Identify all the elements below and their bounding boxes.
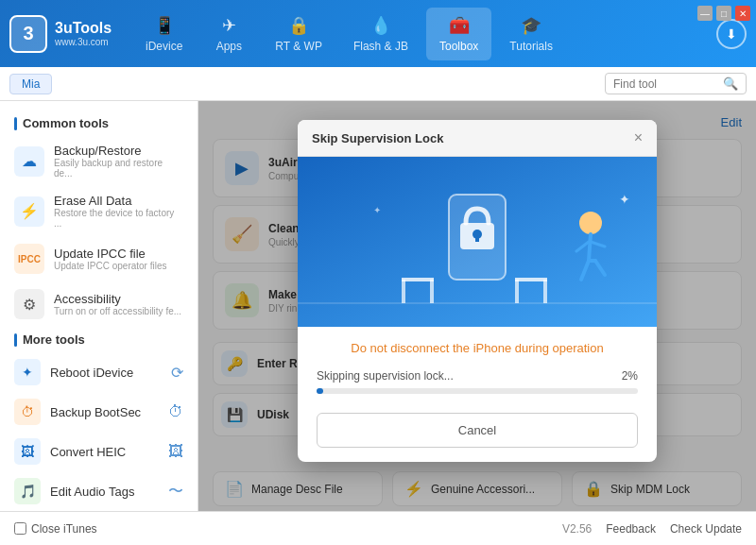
device-tab[interactable]: Mia (9, 74, 52, 94)
logo-icon: 3 (9, 15, 47, 53)
svg-rect-2 (402, 280, 405, 303)
flashjb-icon: 💧 (370, 15, 391, 36)
svg-rect-4 (402, 278, 434, 281)
backup-name: Backup/Restore (54, 144, 183, 158)
sidebar-item-convert[interactable]: 🖼 Convert HEIC 🖼 (0, 432, 198, 471)
svg-text:✦: ✦ (373, 205, 381, 215)
illustration-svg: ✦ ✦ (298, 157, 657, 327)
sidebar: Common tools ☁ Backup/Restore Easily bac… (0, 101, 198, 511)
maximize-button[interactable]: □ (716, 6, 731, 21)
sidebar-item-reboot[interactable]: ✦ Reboot iDevice ⟳ (0, 352, 198, 392)
logo-name: 3uTools (55, 20, 112, 37)
toolbar: Mia 🔍 (0, 67, 756, 101)
nav-idevice-label: iDevice (146, 40, 182, 53)
progress-percent: 2% (622, 369, 638, 383)
main: Common tools ☁ Backup/Restore Easily bac… (0, 101, 756, 511)
version-label: V2.56 (562, 522, 592, 536)
search-box: 🔍 (605, 73, 747, 94)
close-itunes-label: Close iTunes (31, 522, 97, 536)
svg-text:✦: ✦ (619, 192, 630, 207)
close-itunes-checkbox[interactable]: Close iTunes (14, 522, 97, 536)
nav-rtwp-label: RT & WP (275, 40, 322, 53)
erase-name: Erase All Data (54, 194, 183, 208)
svg-point-12 (579, 212, 602, 234)
convert-name: Convert HEIC (50, 445, 126, 459)
ipcc-name: Update IPCC file (54, 247, 167, 261)
nav-apps-label: Apps (216, 40, 242, 53)
erase-desc: Restore the device to factory ... (54, 208, 183, 229)
modal-illustration: ✦ ✦ (298, 157, 657, 327)
logo-area: 3 3uTools www.3u.com (9, 15, 113, 53)
backup-boot-icon: ⏱ (14, 399, 41, 425)
progress-bar-fill (317, 388, 323, 394)
download-button[interactable]: ⬇ (716, 19, 747, 49)
search-input[interactable] (613, 77, 718, 91)
footer: Close iTunes V2.56 Feedback Check Update (0, 511, 756, 545)
nav-tutorials[interactable]: 🎓 Tutorials (496, 8, 566, 60)
backup-boot-name: Backup BootSec (50, 405, 141, 419)
sidebar-item-audio[interactable]: 🎵 Edit Audio Tags 〜 (0, 471, 198, 511)
sidebar-item-erase[interactable]: ⚡ Erase All Data Restore the device to f… (0, 186, 198, 236)
toolbox-icon: 🧰 (449, 15, 470, 36)
accessibility-desc: Turn on or off accessibility fe... (54, 306, 181, 316)
sidebar-item-ipcc[interactable]: IPCC Update IPCC file Update IPCC operat… (0, 236, 198, 281)
modal-body: Do not disconnect the iPhone during oper… (298, 327, 657, 462)
cancel-button[interactable]: Cancel (317, 413, 638, 448)
rtwp-icon: 🔒 (288, 15, 309, 36)
nav-apps[interactable]: ✈ Apps (200, 8, 257, 60)
nav-items: 📱 iDevice ✈ Apps 🔒 RT & WP 💧 Flash & JB … (132, 8, 716, 60)
modal-header: Skip Supervision Lock × (298, 120, 657, 157)
backup-desc: Easily backup and restore de... (54, 158, 183, 179)
sidebar-item-accessibility[interactable]: ⚙ Accessibility Turn on or off accessibi… (0, 281, 198, 327)
check-update-button[interactable]: Check Update (670, 522, 742, 536)
tutorials-icon: 🎓 (521, 15, 541, 36)
convert-action-icon: 🖼 (168, 443, 183, 460)
accessibility-icon: ⚙ (14, 289, 44, 319)
footer-right: V2.56 Feedback Check Update (562, 522, 742, 536)
audio-action-icon: 〜 (168, 482, 183, 502)
reboot-icon: ✦ (14, 359, 41, 385)
audio-name: Edit Audio Tags (50, 485, 134, 499)
reboot-action-icon: ⟳ (171, 364, 183, 382)
ipcc-icon: IPCC (14, 244, 44, 274)
header-right: ⬇ (716, 19, 747, 49)
nav-rtwp[interactable]: 🔒 RT & WP (262, 8, 335, 60)
reboot-name: Reboot iDevice (50, 366, 133, 380)
content-area: Edit ▶ 3uAirPlayer Computer display devi… (198, 101, 756, 511)
modal-title: Skip Supervision Lock (312, 131, 443, 145)
svg-rect-7 (515, 278, 547, 281)
nav-tutorials-label: Tutorials (509, 40, 553, 53)
nav-toolbox[interactable]: 🧰 Toolbox (426, 8, 491, 60)
nav-idevice[interactable]: 📱 iDevice (132, 8, 196, 60)
close-itunes-input[interactable] (14, 522, 26, 535)
svg-rect-11 (475, 234, 479, 242)
apps-icon: ✈ (222, 15, 236, 36)
logo-url: www.3u.com (55, 37, 112, 47)
convert-icon: 🖼 (14, 438, 41, 465)
common-tools-header: Common tools (0, 111, 198, 136)
idevice-icon: 📱 (154, 15, 175, 36)
sidebar-item-backup-boot[interactable]: ⏱ Backup BootSec ⏱ (0, 392, 198, 432)
svg-rect-5 (515, 280, 519, 303)
modal-close-button[interactable]: × (634, 129, 643, 146)
header: 3 3uTools www.3u.com 📱 iDevice ✈ Apps 🔒 … (0, 0, 756, 67)
nav-flashjb[interactable]: 💧 Flash & JB (340, 8, 421, 60)
nav-toolbox-label: Toolbox (439, 40, 478, 53)
backup-icon: ☁ (14, 146, 44, 177)
close-button[interactable]: ✕ (735, 6, 750, 21)
more-tools-header: More tools (0, 327, 198, 352)
modal-dialog: Skip Supervision Lock × (298, 120, 657, 462)
accessibility-name: Accessibility (54, 292, 181, 306)
backup-boot-action-icon: ⏱ (168, 403, 183, 420)
ipcc-desc: Update IPCC operator files (54, 261, 167, 271)
modal-overlay: Skip Supervision Lock × (198, 101, 756, 511)
svg-rect-6 (543, 280, 547, 303)
warning-text: Do not disconnect the iPhone during oper… (317, 341, 638, 355)
minimize-button[interactable]: — (697, 6, 713, 21)
svg-rect-3 (430, 280, 434, 303)
progress-bar-background (317, 388, 638, 394)
feedback-button[interactable]: Feedback (606, 522, 656, 536)
audio-icon: 🎵 (14, 478, 41, 504)
sidebar-item-backup[interactable]: ☁ Backup/Restore Easily backup and resto… (0, 136, 198, 186)
nav-flashjb-label: Flash & JB (353, 40, 408, 53)
